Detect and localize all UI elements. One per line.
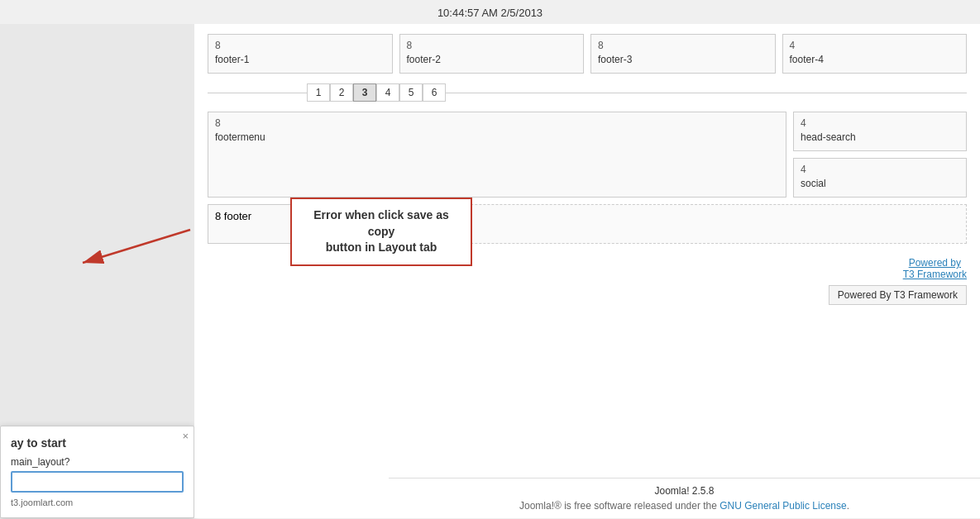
error-annotation-box: Error when click save as copy button in … — [290, 198, 472, 266]
cell-number: 4 — [790, 40, 960, 51]
footer-bottom-row: 8 footer Error when click save as copy b… — [208, 204, 967, 244]
timestamp: 10:44:57 AM 2/5/2013 — [0, 0, 980, 24]
page-4-btn[interactable]: 4 — [376, 83, 399, 102]
cell-number: 8 — [215, 210, 221, 222]
page-2-btn[interactable]: 2 — [330, 83, 353, 102]
page-3-btn[interactable]: 3 — [353, 83, 376, 102]
footer-1-cell: 8 footer-1 — [208, 34, 393, 74]
cell-number: 4 — [801, 117, 959, 129]
pagination-line-right — [446, 93, 967, 93]
content-area: 8 footer-1 8 footer-2 8 footer-3 4 foote… — [194, 24, 980, 518]
head-search-cell: 4 head-search — [793, 112, 967, 151]
modal-dialog: × ay to start main_layout? t3.joomlart.c… — [0, 426, 194, 518]
modal-field-label: main_layout? — [11, 456, 184, 468]
footer-2-cell: 8 footer-2 — [399, 34, 585, 74]
footermenu-cell: 8 footermenu — [208, 112, 786, 198]
right-column: 4 head-search 4 social — [793, 112, 967, 198]
powered-by-button[interactable]: Powered By T3 Framework — [829, 285, 967, 305]
page-1-btn[interactable]: 1 — [307, 83, 330, 102]
cell-label: footer-4 — [790, 54, 824, 65]
timestamp-text: 10:44:57 AM 2/5/2013 — [437, 7, 543, 19]
social-cell: 4 social — [793, 158, 967, 198]
footer-3-cell: 8 footer-3 — [590, 34, 776, 74]
cell-label: footer-1 — [215, 54, 249, 65]
left-sidebar: × ay to start main_layout? t3.joomlart.c… — [0, 24, 194, 518]
gnu-license-link[interactable]: GNU General Public License — [719, 500, 846, 512]
cell-label: social — [801, 178, 826, 189]
modal-title: ay to start — [11, 436, 184, 450]
close-icon[interactable]: × — [182, 430, 189, 442]
pagination-line-left — [208, 93, 307, 93]
second-row: 8 footermenu 4 head-search 4 social — [208, 112, 967, 198]
page-6-btn[interactable]: 6 — [423, 83, 446, 102]
cell-number: 8 — [407, 40, 577, 51]
cell-number: 4 — [801, 164, 959, 175]
cell-number: 8 — [598, 40, 768, 51]
powered-by-link[interactable]: Powered byT3 Framework — [903, 257, 967, 280]
error-text-line1: Error when click save as copy — [313, 208, 448, 238]
cell-number: 8 — [215, 117, 779, 129]
joomla-license: Joomla!® is free software released under… — [389, 500, 980, 512]
error-text-line2: button in Layout tab — [326, 240, 437, 254]
page-5-btn[interactable]: 5 — [399, 83, 423, 102]
modal-input[interactable] — [11, 471, 184, 493]
cell-label: footer-2 — [407, 54, 441, 65]
footer-row-1: 8 footer-1 8 footer-2 8 footer-3 4 foote… — [208, 34, 967, 74]
modal-url: t3.joomlart.com — [11, 498, 184, 507]
cell-label: footermenu — [215, 131, 265, 143]
cell-label: head-search — [801, 131, 856, 143]
pagination-row: 1 2 3 4 5 6 — [208, 80, 967, 105]
joomla-version: Joomla! 2.5.8 — [389, 485, 980, 497]
cell-label: footer — [224, 210, 251, 222]
bottom-bar: Joomla! 2.5.8 Joomla!® is free software … — [389, 478, 980, 518]
cell-number: 8 — [215, 40, 385, 51]
cell-label: footer-3 — [598, 54, 632, 65]
footer-4-cell: 4 footer-4 — [782, 34, 968, 74]
